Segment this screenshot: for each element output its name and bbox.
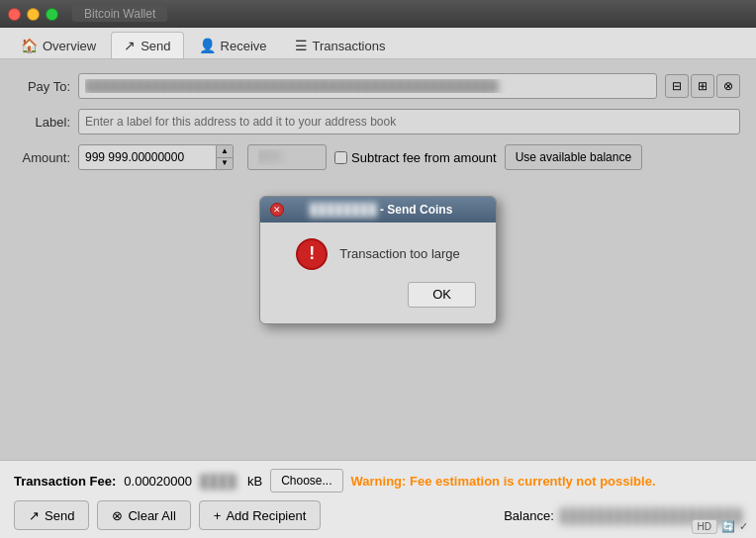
fee-unit: kB <box>247 474 262 489</box>
close-button[interactable] <box>8 8 21 21</box>
tab-receive[interactable]: 👤 Receive <box>186 32 280 58</box>
modal-overlay: ✕ ████████ - Send Coins ! Transaction to… <box>0 59 756 460</box>
titlebar: Bitcoin Wallet <box>0 0 756 28</box>
send-coins-dialog: ✕ ████████ - Send Coins ! Transaction to… <box>259 196 497 324</box>
choose-fee-button[interactable]: Choose... <box>270 469 342 493</box>
minimize-button[interactable] <box>27 8 40 21</box>
send-icon: ↗ <box>124 38 136 53</box>
modal-body: ! Transaction too large OK <box>260 223 496 323</box>
maximize-button[interactable] <box>46 8 58 21</box>
system-tray: HD 🔄 ✓ <box>692 519 748 534</box>
fee-row: Transaction Fee: 0.00020000 ████ kB Choo… <box>14 469 742 493</box>
modal-title-suffix: - Send Coins <box>380 203 452 217</box>
send-button[interactable]: ↗ Send <box>14 500 89 530</box>
nav-tabs: 🏠 Overview ↗ Send 👤 Receive ☰ Transactio… <box>0 28 756 59</box>
add-recipient-icon: + <box>214 508 222 523</box>
modal-message: Transaction too large <box>339 246 460 261</box>
fee-warning: Warning: Fee estimation is currently not… <box>351 474 656 489</box>
bottom-bar: Transaction Fee: 0.00020000 ████ kB Choo… <box>0 460 756 538</box>
tab-send-label: Send <box>141 39 170 53</box>
modal-content-row: ! Transaction too large <box>296 238 460 270</box>
clear-all-button[interactable]: ⊗ Clear All <box>97 500 190 530</box>
balance-label: Balance: <box>504 508 554 523</box>
tab-transactions[interactable]: ☰ Transactions <box>282 32 399 58</box>
clear-all-icon: ⊗ <box>112 508 123 523</box>
error-icon: ! <box>296 238 328 270</box>
check-icon: ✓ <box>739 520 748 533</box>
modal-titlebar: ✕ ████████ - Send Coins <box>260 197 496 223</box>
fee-value: 0.00020000 <box>124 474 192 489</box>
tab-transactions-label: Transactions <box>313 39 386 53</box>
clear-all-label: Clear All <box>128 508 175 523</box>
hd-badge: HD <box>692 519 717 534</box>
content-area: Pay To: ⊟ ⊞ ⊗ Label: Amount: ▲ ▼ <box>0 59 756 460</box>
receive-icon: 👤 <box>199 38 216 53</box>
modal-title-blurred: ████████ <box>310 203 377 217</box>
tab-overview[interactable]: 🏠 Overview <box>8 32 109 58</box>
tab-send[interactable]: ↗ Send <box>111 32 183 58</box>
action-row: ↗ Send ⊗ Clear All + Add Recipient Balan… <box>14 500 742 530</box>
modal-close-button[interactable]: ✕ <box>270 203 284 217</box>
fee-label: Transaction Fee: <box>14 474 116 489</box>
app-body: 🏠 Overview ↗ Send 👤 Receive ☰ Transactio… <box>0 28 756 538</box>
sync-icon: 🔄 <box>721 520 735 533</box>
send-button-icon: ↗ <box>29 508 40 523</box>
modal-ok-button[interactable]: OK <box>408 282 476 308</box>
window-title: Bitcoin Wallet <box>72 6 167 22</box>
modal-title: ████████ - Send Coins <box>290 203 486 217</box>
add-recipient-button[interactable]: + Add Recipient <box>199 500 322 530</box>
tab-overview-label: Overview <box>43 39 96 53</box>
add-recipient-label: Add Recipient <box>226 508 306 523</box>
fee-blurred: ████ <box>200 474 239 489</box>
transactions-icon: ☰ <box>295 38 308 53</box>
modal-close-icon: ✕ <box>273 205 281 215</box>
home-icon: 🏠 <box>21 38 38 53</box>
tab-receive-label: Receive <box>221 39 267 53</box>
send-button-label: Send <box>45 508 74 523</box>
